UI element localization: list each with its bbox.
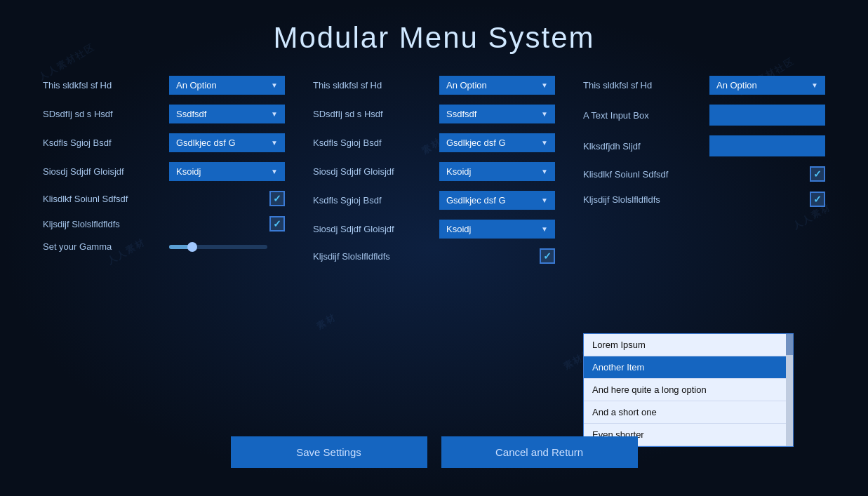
chevron-down-icon: ▼ xyxy=(541,225,548,233)
row-1-2: SDsdfIj sd s Hsdf Ssdfsdf ▼ xyxy=(43,105,285,123)
dropdown-1-1-value: An Option xyxy=(176,80,217,91)
checkbox-3-5[interactable]: ✓ xyxy=(810,192,825,207)
dropdown-1-3[interactable]: Gsdlkjec dsf G ▼ xyxy=(169,133,285,152)
label-1-2: SDsdfIj sd s Hsdf xyxy=(43,109,162,119)
dropdown-list-wrapper: Lorem Ipsum Another Item And here quite … xyxy=(583,220,825,333)
checkbox-1-5[interactable]: ✓ xyxy=(269,191,285,206)
label-3-1: This sldkfsl sf Hd xyxy=(583,80,702,91)
list-item-1[interactable]: Lorem Ipsum xyxy=(584,334,793,356)
label-1-4: Siosdj Sdjdf Gloisjdf xyxy=(43,166,162,177)
text-input-3-2[interactable] xyxy=(709,105,825,126)
label-1-6: Kljsdijf Slolslfldfldfs xyxy=(43,219,162,229)
dropdown-3-1-value: An Option xyxy=(716,80,757,91)
row-2-2: SDsdfIj sd s Hsdf Ssdfsdf ▼ xyxy=(313,105,555,123)
row-2-4: Siosdj Sdjdf Gloisjdf Ksoidj ▼ xyxy=(313,162,555,181)
label-2-3: Ksdfls Sgioj Bsdf xyxy=(313,138,432,148)
dropdown-open-container-3-1: An Option ▼ xyxy=(709,76,825,95)
dropdown-1-4[interactable]: Ksoidj ▼ xyxy=(169,162,285,181)
chevron-down-icon: ▼ xyxy=(541,168,548,175)
row-2-7: Kljsdijf Slolslfldfldfs ✓ xyxy=(313,248,555,264)
label-2-2: SDsdfIj sd s Hsdf xyxy=(313,109,432,119)
chevron-down-icon: ▼ xyxy=(541,139,548,147)
chevron-down-icon: ▼ xyxy=(541,196,548,204)
row-3-2: A Text Input Box xyxy=(583,105,825,126)
list-item-4[interactable]: And a short one xyxy=(584,401,793,424)
chevron-down-icon: ▼ xyxy=(271,110,278,118)
checkbox-2-7[interactable]: ✓ xyxy=(540,248,555,264)
row-1-1: This sldkfsl sf Hd An Option ▼ xyxy=(43,76,285,95)
dropdown-1-2[interactable]: Ssdfsdf ▼ xyxy=(169,105,285,123)
dropdown-1-3-value: Gsdlkjec dsf G xyxy=(176,138,236,148)
dropdown-2-4-value: Ksoidj xyxy=(446,166,471,177)
scrollbar-thumb xyxy=(786,334,793,355)
dropdown-2-5-value: Gsdlkjec dsf G xyxy=(446,195,506,206)
dropdown-2-2[interactable]: Ssdfsdf ▼ xyxy=(439,105,555,123)
slider-wrap-1 xyxy=(169,245,285,249)
label-2-5: Ksdfls Sgioj Bsdf xyxy=(313,195,432,206)
label-2-1: This sldkfsl sf Hd xyxy=(313,80,432,91)
checkbox-1-6[interactable]: ✓ xyxy=(269,216,285,232)
dropdown-3-1[interactable]: An Option ▼ xyxy=(709,76,825,95)
save-button[interactable]: Save Settings xyxy=(231,436,427,468)
label-3-3: Klksdfjdh Sljdf xyxy=(583,141,702,152)
main-content: This sldkfsl sf Hd An Option ▼ SDsdfIj s… xyxy=(0,69,868,340)
label-3-2: A Text Input Box xyxy=(583,110,702,121)
bottom-bar: Save Settings Cancel and Return xyxy=(0,436,868,468)
chevron-down-icon: ▼ xyxy=(271,139,278,147)
chevron-down-icon: ▼ xyxy=(271,168,278,175)
dropdown-1-4-value: Ksoidj xyxy=(176,166,201,177)
row-3-1: This sldkfsl sf Hd An Option ▼ xyxy=(583,76,825,95)
row-2-1: This sldkfsl sf Hd An Option ▼ xyxy=(313,76,555,95)
column-2: This sldkfsl sf Hd An Option ▼ SDsdfIj s… xyxy=(313,76,555,333)
row-1-3: Ksdfls Sgioj Bsdf Gsdlkjec dsf G ▼ xyxy=(43,133,285,152)
label-2-4: Siosdj Sdjdf Gloisjdf xyxy=(313,166,432,177)
row-3-5: Kljsdijf Slolslfldfldfs ✓ xyxy=(583,192,825,207)
column-3: This sldkfsl sf Hd An Option ▼ A Text In… xyxy=(583,76,825,333)
dropdown-1-2-value: Ssdfsdf xyxy=(176,109,206,119)
row-2-6: Siosdj Sdjdf Gloisjdf Ksoidj ▼ xyxy=(313,220,555,239)
text-input-3-3[interactable] xyxy=(709,135,825,156)
dropdown-2-1[interactable]: An Option ▼ xyxy=(439,76,555,95)
slider-thumb-1[interactable] xyxy=(187,242,197,252)
dropdown-2-3-value: Gsdlkjec dsf G xyxy=(446,138,506,148)
row-1-4: Siosdj Sdjdf Gloisjdf Ksoidj ▼ xyxy=(43,162,285,181)
label-2-7: Kljsdijf Slolslfldfldfs xyxy=(313,251,432,262)
row-1-5: Klisdlkf Soiunl Sdfsdf ✓ xyxy=(43,191,285,206)
chevron-down-icon: ▼ xyxy=(811,81,818,89)
dropdown-2-4[interactable]: Ksoidj ▼ xyxy=(439,162,555,181)
dropdown-2-6-value: Ksoidj xyxy=(446,224,471,234)
label-3-4: Klisdlkf Soiunl Sdfsdf xyxy=(583,169,702,180)
chevron-down-icon: ▼ xyxy=(541,110,548,118)
row-1-7: Set your Gamma xyxy=(43,241,285,252)
column-1: This sldkfsl sf Hd An Option ▼ SDsdfIj s… xyxy=(43,76,285,333)
row-3-4: Klisdlkf Soiunl Sdfsdf ✓ xyxy=(583,166,825,182)
dropdown-2-5[interactable]: Gsdlkjec dsf G ▼ xyxy=(439,191,555,210)
dropdown-list-3[interactable]: Lorem Ipsum Another Item And here quite … xyxy=(583,333,794,447)
label-1-5: Klisdlkf Soiunl Sdfsdf xyxy=(43,194,162,204)
checkbox-3-4[interactable]: ✓ xyxy=(810,166,825,182)
chevron-down-icon: ▼ xyxy=(541,81,548,89)
row-2-3: Ksdfls Sgioj Bsdf Gsdlkjec dsf G ▼ xyxy=(313,133,555,152)
list-item-2[interactable]: Another Item xyxy=(584,356,793,379)
label-1-7: Set your Gamma xyxy=(43,241,162,252)
label-1-3: Ksdfls Sgioj Bsdf xyxy=(43,138,162,148)
dropdown-2-2-value: Ssdfsdf xyxy=(446,109,476,119)
dropdown-1-1[interactable]: An Option ▼ xyxy=(169,76,285,95)
cancel-button[interactable]: Cancel and Return xyxy=(441,436,638,468)
chevron-down-icon: ▼ xyxy=(271,81,278,89)
slider-track-1 xyxy=(169,245,267,249)
page-title: Modular Menu System xyxy=(0,0,868,69)
row-1-6: Kljsdijf Slolslfldfldfs ✓ xyxy=(43,216,285,232)
row-2-5: Ksdfls Sgioj Bsdf Gsdlkjec dsf G ▼ xyxy=(313,191,555,210)
label-2-6: Siosdj Sdjdf Gloisjdf xyxy=(313,224,432,234)
label-1-1: This sldkfsl sf Hd xyxy=(43,80,162,91)
list-item-3[interactable]: And here quite a long option xyxy=(584,379,793,401)
dropdown-2-3[interactable]: Gsdlkjec dsf G ▼ xyxy=(439,133,555,152)
row-3-3: Klksdfjdh Sljdf xyxy=(583,135,825,156)
dropdown-2-1-value: An Option xyxy=(446,80,487,91)
label-3-5: Kljsdijf Slolslfldfldfs xyxy=(583,194,702,205)
scrollbar[interactable] xyxy=(786,334,793,446)
dropdown-2-6[interactable]: Ksoidj ▼ xyxy=(439,220,555,239)
